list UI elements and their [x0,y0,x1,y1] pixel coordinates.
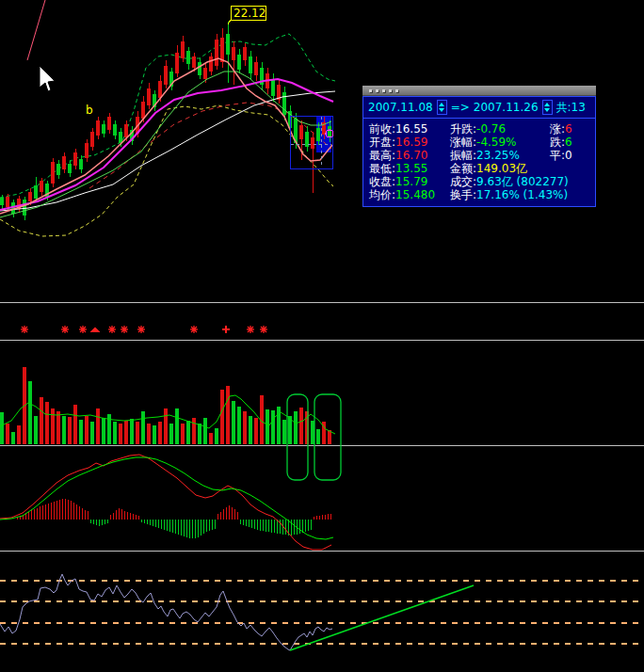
candle-body [254,62,258,75]
stats-grid: 前收:16.55升跌:-0.76涨:6开盘:16.59涨幅:-4.59%跌:6最… [363,119,595,206]
volume-bar [73,405,77,444]
stat-row: 前收:16.55升跌:-0.76涨:6 [369,122,595,136]
candle-body [220,38,224,62]
date-from: 2007.11.08 [368,101,433,114]
plus-marker [222,326,230,333]
stat-value: 15.79 [395,175,427,188]
stat-label: 收盘: [369,175,395,188]
candle-body [164,66,168,85]
stat-row: 最低:13.55金额:149.03亿 [369,162,595,175]
osc-line [0,574,332,650]
stat-value: 16.70 [395,149,427,162]
macd-dif [0,455,331,550]
buy-marker: b [86,104,93,117]
candle-body [147,88,151,105]
volume-bar [266,409,269,444]
spinner-down-icon[interactable] [439,108,444,112]
stat-value: 16.59 [395,136,427,149]
volume-bar [175,408,179,444]
spinner-down-icon[interactable] [544,108,550,112]
volume-bar [45,402,49,444]
stat-cell: 最低:13.55 [369,162,450,175]
date-to-spinner[interactable] [542,100,553,115]
star-marker [260,326,267,333]
candle-body [51,162,55,184]
date-arrow: => [451,101,470,114]
stat-value: 0 [565,149,572,162]
stat-label: 涨: [550,122,565,136]
candle-body [282,92,286,115]
star-marker [121,326,128,333]
star-marker [21,326,28,333]
candle-body [141,102,145,119]
star-marker [190,326,198,333]
candle-body [124,124,128,137]
volume-bar [299,408,303,444]
volume-bar [254,418,258,444]
spinner-up-icon[interactable] [439,103,444,106]
volume-bar [34,416,38,444]
stat-label: 成交: [450,175,476,188]
candle-body [316,128,320,141]
spinner-up-icon[interactable] [544,103,550,106]
stat-cell: 跌:6 [550,136,595,149]
grip-dot [389,89,392,92]
volume-bar [40,397,43,444]
candle-body [28,192,32,201]
stat-label: 最低: [369,162,395,175]
candle-body [203,68,207,79]
candle-body [96,120,100,136]
candle-body [215,40,218,66]
lower-band-dashed [0,105,333,236]
candle-body [243,47,247,60]
candle-body [311,137,314,149]
volume-bar [130,419,134,444]
candle-body [113,124,117,136]
peak-price-label: 22.12 [233,7,266,20]
stat-row: 收盘:15.79成交:9.63亿 (802277) [369,175,595,188]
stat-value: -4.59% [476,136,516,149]
star-marker [108,326,116,333]
stat-value: 15.480 [395,188,435,201]
candle-body [34,185,38,199]
panel-drag-bar[interactable] [362,86,596,96]
volume-bar [90,422,94,444]
volume-bar [119,424,122,444]
candle-body [305,132,309,147]
stat-cell: 涨幅:-4.59% [450,136,550,149]
trend-line [290,585,474,650]
stat-row: 开盘:16.59涨幅:-4.59%跌:6 [369,136,595,149]
stat-cell: 均价:15.480 [369,188,450,201]
volume-bar [271,410,275,444]
volume-bar [186,421,190,444]
stat-cell: 换手:17.16% (1.43%) [450,188,550,201]
kline-stats-panel: 2007.11.08 => 2007.11.26 共:13 前收:16.55升跌… [362,86,596,207]
date-from-spinner[interactable] [437,100,447,115]
volume-bar [220,390,224,444]
trading-app-window: 22.12b 2007.11.08 => 2007.11.26 [0,0,644,672]
volume-bar [316,429,320,444]
grip-dot [395,89,398,92]
stat-value: 16.55 [395,122,427,136]
volume-bar [68,417,72,444]
volume-bar [11,432,15,444]
stat-cell: 成交:9.63亿 (802277) [450,175,550,188]
candle-body [119,132,122,143]
stat-row: 最高:16.70振幅:23.25%平:0 [369,149,595,162]
candle-body [6,197,9,207]
stat-value: 9.63亿 (802277) [476,175,569,188]
volume-bar [243,411,247,444]
stat-label: 振幅: [450,149,476,162]
candle-body [40,181,43,192]
stat-cell: 金额:149.03亿 [450,162,550,175]
candle-body [23,200,26,216]
volume-bar [158,422,162,444]
stat-cell: 收盘:15.79 [369,175,450,188]
volume-bar [282,420,286,444]
volume-bar [147,424,151,444]
volume-bar [226,386,230,444]
stat-label: 平: [550,149,565,162]
star-marker [247,326,254,333]
candle-body [79,159,83,169]
date-to: 2007.11.26 [474,101,539,114]
